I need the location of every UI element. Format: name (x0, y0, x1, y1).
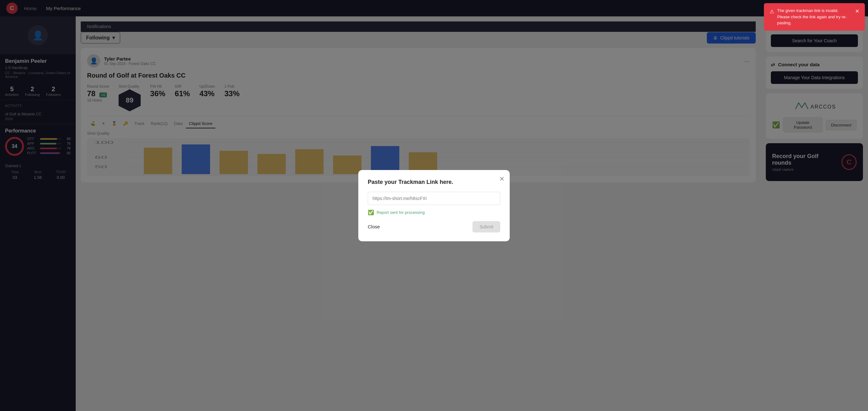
trackman-link-input[interactable] (368, 192, 500, 205)
modal-overlay: ✕ Paste your Trackman Link here. ✅ Repor… (0, 0, 868, 411)
modal-title: Paste your Trackman Link here. (368, 179, 500, 186)
warning-icon: ⚠ (770, 8, 774, 15)
success-icon: ✅ (368, 210, 374, 215)
modal-submit-button[interactable]: Submit (472, 221, 500, 232)
toast-close-button[interactable]: ✕ (855, 7, 859, 15)
modal-success-message: ✅ Report sent for processing (368, 210, 500, 215)
trackman-modal: ✕ Paste your Trackman Link here. ✅ Repor… (358, 170, 510, 241)
toast-message: The given trackman link is invalid. Plea… (777, 7, 849, 26)
modal-close-button[interactable]: Close (368, 224, 380, 229)
success-text: Report sent for processing (377, 210, 425, 215)
modal-close-x-button[interactable]: ✕ (499, 175, 505, 183)
modal-actions: Close Submit (368, 221, 500, 232)
error-toast: ⚠ The given trackman link is invalid. Pl… (764, 3, 865, 31)
